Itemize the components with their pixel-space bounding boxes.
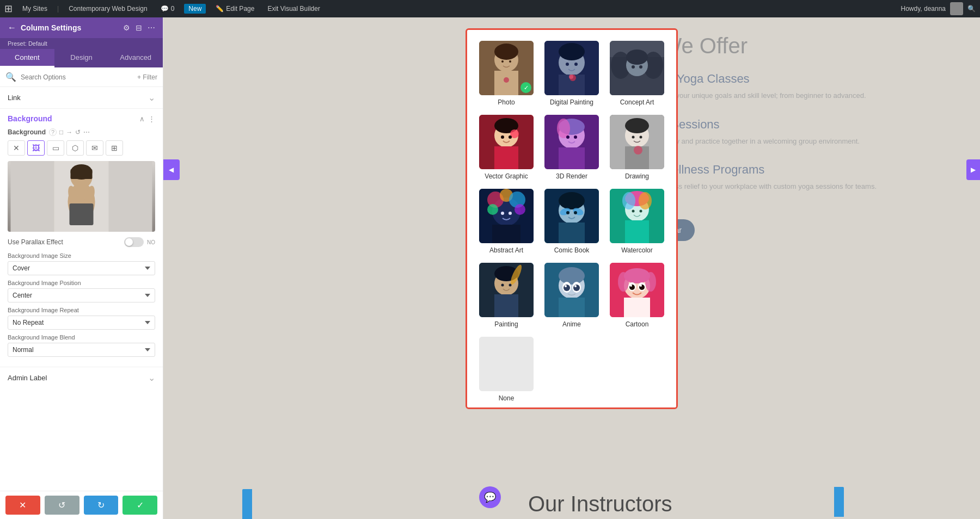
- bubble-icon: 💬: [484, 491, 496, 503]
- layout-icon[interactable]: ⊟: [136, 23, 142, 32]
- wp-logo-icon[interactable]: ⊞: [4, 3, 13, 15]
- bg-more-icon[interactable]: ⋮: [148, 115, 155, 123]
- svg-point-43: [557, 119, 570, 138]
- svg-point-92: [564, 285, 570, 291]
- bg-paste-icon[interactable]: →: [66, 128, 72, 136]
- svg-rect-73: [625, 220, 649, 243]
- sidebar-title: ← Column Settings: [8, 23, 81, 33]
- style-item-none[interactable]: None: [478, 337, 535, 402]
- image-position-label: Background Image Position: [8, 280, 155, 286]
- search-icon[interactable]: 🔍: [967, 5, 976, 13]
- separator: |: [57, 5, 59, 13]
- style-item-vector-graphic[interactable]: Vector Graphic: [478, 115, 535, 180]
- svg-point-37: [501, 135, 504, 139]
- image-size-select[interactable]: Cover: [8, 261, 155, 275]
- bg-type-video[interactable]: ⬡: [66, 140, 84, 156]
- back-icon[interactable]: ←: [8, 23, 16, 33]
- floating-bubble-btn[interactable]: 💬: [479, 486, 501, 508]
- style-item-comic-book[interactable]: Comic Book: [543, 189, 600, 254]
- admin-label-header[interactable]: Admin Label ⌄: [8, 373, 155, 383]
- bg-collapse-icon[interactable]: ∧: [139, 115, 145, 123]
- style-item-drawing[interactable]: Drawing: [609, 115, 665, 180]
- admin-label-collapse[interactable]: ⌄: [148, 373, 155, 383]
- style-item-cartoon[interactable]: Cartoon: [609, 263, 665, 328]
- edit-page-label: Edit Page: [226, 5, 254, 13]
- bg-help-icon[interactable]: ?: [49, 128, 57, 136]
- bg-reset-icon[interactable]: ↺: [75, 128, 81, 136]
- edit-page-btn[interactable]: ✏️ Edit Page: [212, 5, 258, 13]
- concept-portrait: [610, 41, 664, 95]
- bg-type-gradient[interactable]: ▭: [47, 140, 64, 156]
- save-button[interactable]: ✓: [122, 496, 157, 515]
- bg-copy-icon[interactable]: □: [59, 128, 63, 136]
- svg-rect-8: [70, 203, 94, 225]
- link-label: Link: [8, 94, 21, 102]
- svg-rect-11: [494, 71, 518, 95]
- svg-point-30: [632, 65, 635, 69]
- bg-type-none[interactable]: ✕: [8, 140, 25, 156]
- style-item-watercolor[interactable]: Watercolor: [609, 189, 665, 254]
- image-repeat-select[interactable]: No Repeat: [8, 316, 155, 330]
- search-input[interactable]: [21, 73, 133, 81]
- filter-btn[interactable]: + Filter: [137, 73, 157, 81]
- style-item-anime[interactable]: Anime: [543, 263, 600, 328]
- svg-rect-41: [559, 147, 585, 169]
- parallax-value: NO: [147, 239, 155, 245]
- style-item-3d-render[interactable]: 3D Render: [543, 115, 600, 180]
- comments-btn[interactable]: 💬 0: [157, 5, 178, 13]
- exit-builder-btn[interactable]: Exit Visual Builder: [264, 5, 323, 13]
- bg-type-icons: ✕ 🖼 ▭ ⬡ ✉ ⊞: [8, 140, 155, 156]
- svg-point-51: [632, 136, 635, 139]
- background-header: Background ∧ ⋮: [8, 114, 155, 123]
- svg-point-23: [569, 75, 573, 79]
- admin-label-title: Admin Label: [8, 374, 47, 382]
- sidebar: ← Column Settings ⚙ ⊟ ⋯ Preset: Default …: [0, 17, 163, 519]
- style-item-concept-art[interactable]: Concept Art: [609, 41, 665, 106]
- style-thumb-painting: [479, 263, 534, 317]
- sidebar-header: ← Column Settings ⚙ ⊟ ⋯: [0, 17, 163, 38]
- bg-label-icons: ? □ → ↺ ⋯: [49, 128, 90, 136]
- digital-portrait: [544, 41, 599, 95]
- bg-type-pattern[interactable]: ✉: [86, 140, 103, 156]
- image-position-select[interactable]: Center: [8, 288, 155, 302]
- bg-type-image[interactable]: 🖼: [27, 140, 45, 156]
- bg-type-mask[interactable]: ⊞: [106, 140, 123, 156]
- svg-point-20: [566, 63, 569, 66]
- nav-btn-left-1[interactable]: [242, 489, 252, 519]
- style-thumb-vector: [479, 115, 534, 169]
- nav-btn-right-1[interactable]: [834, 487, 844, 517]
- parallax-toggle[interactable]: [124, 237, 144, 247]
- settings-icon[interactable]: ⚙: [123, 23, 130, 32]
- reset-button[interactable]: ↺: [45, 496, 79, 515]
- expand-left-btn[interactable]: ◀: [163, 159, 180, 180]
- style-thumb-cartoon: [610, 263, 664, 317]
- style-item-photo[interactable]: ✓ Photo: [478, 41, 535, 106]
- svg-point-44: [566, 135, 569, 139]
- my-sites-menu[interactable]: My Sites: [19, 5, 51, 13]
- site-name[interactable]: Contemporary Web Design: [65, 5, 151, 13]
- tab-content[interactable]: Content: [0, 49, 54, 67]
- style-item-painting[interactable]: Painting: [478, 263, 535, 328]
- more-icon[interactable]: ⋯: [148, 23, 155, 32]
- link-section: Link ⌄: [0, 87, 163, 109]
- svg-point-29: [626, 50, 648, 65]
- image-size-row: Background Image Size Cover: [8, 252, 155, 275]
- style-item-digital-painting[interactable]: Digital Painting: [543, 41, 600, 106]
- svg-point-31: [639, 65, 642, 69]
- cancel-button[interactable]: ✕: [5, 496, 40, 515]
- link-collapse-icon[interactable]: ⌄: [148, 92, 155, 103]
- style-label-drawing: Drawing: [625, 172, 649, 180]
- watercolor-portrait: [610, 189, 664, 243]
- image-blend-select[interactable]: Normal: [8, 343, 155, 357]
- tab-advanced[interactable]: Advanced: [108, 49, 163, 67]
- save-draft-button[interactable]: ↻: [84, 496, 119, 515]
- avatar: [950, 2, 963, 15]
- expand-right-btn[interactable]: ▶: [966, 159, 980, 180]
- style-label-watercolor: Watercolor: [621, 246, 653, 254]
- svg-point-60: [487, 204, 498, 215]
- image-size-label: Background Image Size: [8, 252, 155, 259]
- style-item-abstract-art[interactable]: Abstract Art: [478, 189, 535, 254]
- tab-design[interactable]: Design: [54, 49, 109, 67]
- bg-options-icon[interactable]: ⋯: [83, 128, 90, 136]
- new-btn[interactable]: New: [184, 4, 206, 14]
